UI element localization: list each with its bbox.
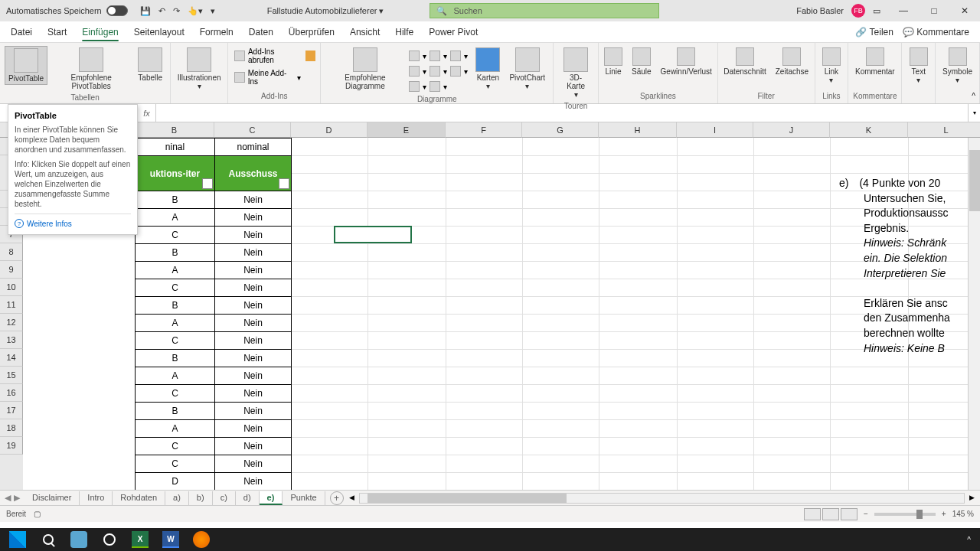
sheet-tab[interactable]: Intro: [80, 491, 113, 505]
my-addins-button[interactable]: Meine Add-Ins ▾: [233, 67, 302, 87]
slicer-button[interactable]: Datenschnitt: [720, 46, 769, 77]
pivottable-button[interactable]: PivotTable: [5, 46, 47, 85]
user-info[interactable]: Fabio Basler FB ▭: [789, 4, 888, 18]
row-header[interactable]: 15: [0, 367, 23, 384]
sparkline-winloss-button[interactable]: Gewinn/Verlust: [658, 46, 715, 77]
column-header[interactable]: B: [135, 122, 214, 138]
autosave-toggle[interactable]: Automatisches Speichern: [0, 5, 134, 16]
chart-type-icon[interactable]: ▾ ▾: [407, 80, 469, 93]
table-header-produktionsleiter[interactable]: uktions-iter▾: [136, 156, 215, 191]
active-cell[interactable]: [334, 226, 412, 243]
pivotchart-button[interactable]: PivotChart▾: [506, 46, 548, 92]
row-header[interactable]: 18: [0, 419, 23, 437]
menu-tab-formeln[interactable]: Formeln: [192, 24, 241, 41]
table-row[interactable]: ANein: [136, 209, 292, 227]
chart-type-icon[interactable]: ▾ ▾ ▾: [407, 49, 469, 63]
taskbar-search-button[interactable]: [34, 529, 63, 550]
zoom-level[interactable]: 145 %: [952, 510, 974, 518]
table-row[interactable]: CNein: [136, 385, 292, 403]
table-button[interactable]: Tabelle: [135, 46, 165, 83]
column-header[interactable]: E: [368, 122, 446, 138]
sheet-tab[interactable]: a): [165, 491, 189, 505]
table-row[interactable]: CNein: [136, 227, 292, 244]
sheet-nav[interactable]: ◀▶: [0, 493, 24, 503]
table-row[interactable]: CNein: [136, 438, 292, 455]
get-addins-button[interactable]: Add-Ins abrufen: [233, 46, 302, 66]
row-header[interactable]: 16: [0, 384, 23, 402]
collapse-ribbon-icon[interactable]: ^: [972, 92, 975, 100]
undo-icon[interactable]: ↶: [158, 6, 165, 16]
menu-tab-einfügen[interactable]: Einfügen: [74, 24, 126, 41]
table-row[interactable]: ANein: [136, 420, 292, 438]
column-header[interactable]: F: [446, 122, 522, 138]
sparkline-line-button[interactable]: Linie: [601, 46, 626, 77]
column-header[interactable]: H: [599, 122, 677, 138]
symbols-button[interactable]: Symbole▾: [939, 46, 975, 86]
table-row[interactable]: CNein: [136, 455, 292, 473]
recommended-pivot-button[interactable]: Empfohlene PivotTables: [51, 46, 132, 92]
table-row[interactable]: CNein: [136, 332, 292, 350]
column-header[interactable]: J: [753, 122, 830, 138]
row-header[interactable]: 13: [0, 331, 23, 349]
link-button[interactable]: Link▾: [819, 46, 844, 86]
save-icon[interactable]: 💾: [140, 6, 151, 16]
start-button[interactable]: [3, 529, 32, 550]
search-box[interactable]: 🔍 Suchen: [430, 3, 659, 18]
menu-tab-start[interactable]: Start: [40, 24, 74, 41]
firefox-taskbar-icon[interactable]: [187, 529, 216, 550]
3d-map-button[interactable]: 3D-Karte▾: [558, 46, 593, 100]
row-header[interactable]: 11: [0, 296, 23, 314]
macro-record-icon[interactable]: ▢: [34, 510, 41, 518]
table-row[interactable]: DNein: [136, 473, 292, 491]
qat-customize-icon[interactable]: ▾: [211, 6, 215, 16]
row-header[interactable]: 9: [0, 261, 23, 279]
sheet-tab[interactable]: e): [260, 491, 283, 505]
table-row[interactable]: BNein: [136, 191, 292, 209]
addin-icon[interactable]: [305, 51, 315, 61]
formula-expand-icon[interactable]: ▾: [968, 104, 980, 122]
excel-taskbar-icon[interactable]: X: [126, 529, 155, 550]
table-row[interactable]: CNein: [136, 279, 292, 297]
row-header[interactable]: 10: [0, 279, 23, 296]
illustrations-button[interactable]: Illustrationen▾: [175, 46, 224, 92]
recommended-charts-button[interactable]: Empfohlene Diagramme: [325, 46, 404, 92]
sheet-tab[interactable]: Rohdaten: [113, 491, 165, 505]
tooltip-more-link[interactable]: ?Weitere Infos: [15, 214, 131, 228]
menu-tab-seitenlayout[interactable]: Seitenlayout: [126, 24, 192, 41]
column-header[interactable]: D: [291, 122, 368, 138]
task-view-button[interactable]: [95, 529, 124, 550]
table-row[interactable]: BNein: [136, 403, 292, 420]
menu-tab-ansicht[interactable]: Ansicht: [342, 24, 387, 41]
table-row[interactable]: BNein: [136, 244, 292, 262]
share-button[interactable]: 🔗 Teilen: [855, 27, 893, 37]
filter-icon[interactable]: ▾: [279, 178, 289, 189]
sheet-tab[interactable]: c): [213, 491, 236, 505]
column-header[interactable]: G: [522, 122, 599, 138]
column-header[interactable]: C: [214, 122, 291, 138]
sheet-tab[interactable]: d): [236, 491, 260, 505]
menu-tab-daten[interactable]: Daten: [241, 24, 281, 41]
column-header[interactable]: L: [908, 122, 980, 138]
zoom-out-button[interactable]: −: [864, 510, 868, 518]
fx-icon[interactable]: fx: [138, 104, 156, 122]
scale-cell[interactable]: ninal: [136, 139, 215, 156]
close-button[interactable]: ✕: [949, 0, 980, 21]
scale-cell[interactable]: nominal: [215, 139, 292, 156]
normal-view-button[interactable]: [804, 508, 821, 520]
row-header[interactable]: 12: [0, 314, 23, 331]
horizontal-scrollbar[interactable]: ◀▶: [359, 493, 965, 504]
cells-area[interactable]: ninal nominal uktions-iter▾ Ausschuss▾ B…: [23, 138, 980, 490]
column-header[interactable]: K: [830, 122, 908, 138]
system-tray[interactable]: ^: [967, 536, 977, 544]
sparkline-column-button[interactable]: Säule: [629, 46, 655, 77]
column-header[interactable]: I: [677, 122, 753, 138]
word-taskbar-icon[interactable]: W: [156, 529, 185, 550]
chart-type-icon[interactable]: ▾ ▾ ▾: [407, 64, 469, 78]
sheet-tab[interactable]: b): [189, 491, 213, 505]
minimize-button[interactable]: —: [888, 0, 919, 21]
row-header[interactable]: 8: [0, 243, 23, 261]
comments-button[interactable]: 💬 Kommentare: [903, 27, 969, 37]
table-row[interactable]: BNein: [136, 350, 292, 367]
document-title[interactable]: Fallstudie Automobilzulieferer ▾: [221, 6, 430, 16]
table-row[interactable]: ANein: [136, 262, 292, 279]
